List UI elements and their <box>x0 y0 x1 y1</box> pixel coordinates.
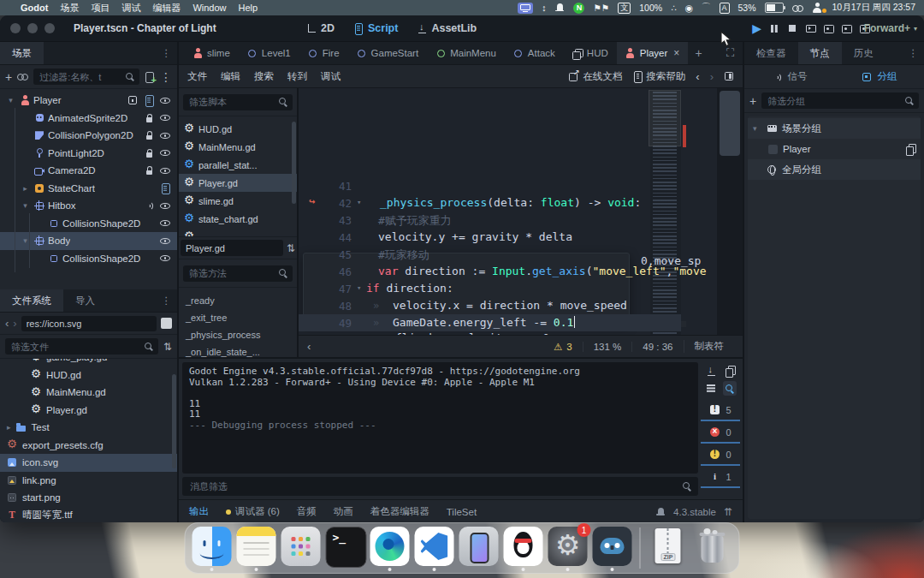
notes-dock-icon[interactable] <box>237 527 276 566</box>
script-parallel_stat-[interactable]: parallel_stat... <box>179 156 297 174</box>
scene-node-body[interactable]: ▾Body <box>0 232 177 250</box>
screen-mirroring-icon[interactable] <box>518 3 533 14</box>
dock-app-edge[interactable] <box>370 526 410 570</box>
scene-node-statechart[interactable]: ▸StateChart <box>0 180 177 198</box>
sort-methods-icon[interactable]: ⇅ <box>287 242 295 254</box>
notification-bell-icon[interactable] <box>554 3 565 13</box>
line-number[interactable]: 42 <box>299 197 352 210</box>
menu-editor[interactable]: 编辑器 <box>152 2 181 15</box>
input-method-indicator[interactable]: A <box>720 3 730 14</box>
dots-status-icon[interactable]: ∴ <box>671 3 677 13</box>
scene-node-animatedsprite2d[interactable]: AnimatedSprite2D <box>0 110 177 128</box>
file-filter[interactable] <box>5 338 158 355</box>
nav-forward-icon[interactable]: › <box>13 317 16 330</box>
nav-back-icon[interactable]: ‹ <box>5 317 9 330</box>
code-line-44[interactable]: 44velocity.y += gravity * delta <box>299 229 681 246</box>
scene-tab-hud[interactable]: HUD <box>564 42 617 64</box>
tab-filesystem[interactable]: 文件系统 <box>0 289 63 312</box>
bottom-tab-[interactable]: 着色器编辑器 <box>370 505 429 518</box>
collapse-icon[interactable]: ▸ <box>20 184 31 193</box>
menu-project[interactable]: 项目 <box>91 2 110 15</box>
file-test[interactable]: ▸Test <box>0 419 177 437</box>
warnc-badge[interactable]: 0 <box>701 445 740 466</box>
sort-files-icon[interactable]: ⇅ <box>163 341 172 353</box>
scene-filter-input[interactable] <box>38 71 121 83</box>
battery-icon[interactable] <box>765 3 784 13</box>
settings-dock-icon[interactable]: 1 <box>548 527 588 566</box>
file-hud.gd[interactable]: HUD.gd <box>0 366 177 384</box>
add-group-button[interactable]: + <box>749 95 756 107</box>
bottom-tab-[interactable]: 动画 <box>334 505 353 518</box>
menu-scene[interactable]: 场景 <box>60 2 79 15</box>
terminal-dock-icon[interactable] <box>326 527 367 568</box>
file-start.png[interactable]: start.png <box>0 489 177 507</box>
groups-filter[interactable] <box>761 92 919 109</box>
online-docs-button[interactable]: 在线文档 <box>569 70 622 83</box>
dock-app-terminal[interactable] <box>326 526 365 570</box>
history-back-button[interactable]: ‹ <box>696 70 699 83</box>
code-editor[interactable]: 0,move_sp 4142↪▾_physics_process(delta: … <box>299 88 743 335</box>
scene-node-pointlight2d[interactable]: PointLight2D <box>0 145 177 163</box>
script-HUD-gd[interactable]: HUD.gd <box>179 120 297 138</box>
line-number[interactable]: 46 <box>299 265 352 278</box>
line-number[interactable]: 55 <box>299 332 352 336</box>
zip-dock-icon[interactable] <box>649 527 688 566</box>
code-line-49[interactable]: 49»GameDate.energy_left -= 0.1 <box>299 314 681 331</box>
play-status-icon[interactable]: ◉ <box>685 3 693 13</box>
file-game_play.gd[interactable]: game_play.gd <box>0 359 177 366</box>
code-line-41[interactable]: 41 <box>299 177 681 194</box>
updown-arrow-icon[interactable]: ↕ <box>542 3 546 13</box>
switch-2d-button[interactable]: 2D <box>301 21 340 36</box>
trash-dock-icon[interactable] <box>693 527 732 566</box>
signals-tab[interactable]: 信号 <box>744 65 834 88</box>
methods-filter-input[interactable] <box>187 267 275 279</box>
tab-scene[interactable]: 场景 <box>0 42 44 64</box>
zoom-window-button[interactable] <box>44 23 55 33</box>
tab-inspector[interactable]: 检查器 <box>744 42 798 64</box>
file-highlight-toggle[interactable] <box>161 318 172 329</box>
current-script-name[interactable]: Player.gd <box>181 240 283 256</box>
filter-output-button[interactable] <box>706 383 716 393</box>
alertsq-badge[interactable]: 5 <box>701 401 740 421</box>
line-number[interactable]: 41 <box>299 180 352 193</box>
iphone-dock-icon[interactable] <box>459 527 499 566</box>
dock-app-qq[interactable] <box>504 526 543 570</box>
dock-app-zip[interactable] <box>649 526 688 570</box>
user-switch-icon[interactable] <box>812 3 824 13</box>
minimap-viewport[interactable] <box>649 90 681 146</box>
save-log-button[interactable] <box>706 366 716 376</box>
script-state_chart-gd[interactable]: state_chart.gd <box>179 210 297 228</box>
file-player.gd[interactable]: Player.gd <box>0 402 177 420</box>
nfc-status-icon[interactable]: N <box>573 3 584 14</box>
message-filter[interactable] <box>182 477 698 496</box>
file-icon.svg[interactable]: icon.svg <box>0 454 177 472</box>
scene-tab-attack[interactable]: Attack <box>505 42 564 64</box>
scene-node-collisionpolygon2d[interactable]: CollisionPolygon2D <box>0 127 177 145</box>
expand-bottom-panel-button[interactable]: ⇈ <box>724 506 732 518</box>
fold-icon[interactable]: ▾ <box>357 198 361 206</box>
scene-groups-row[interactable]: ▾ 场景分组 <box>748 118 921 139</box>
scene-node-collisionshape2d[interactable]: CollisionShape2D <box>0 250 177 268</box>
node-panel-menu-icon[interactable]: ⋮ <box>903 42 924 64</box>
engine-version[interactable]: 4.3.stable <box>673 507 716 517</box>
scene-node-hitbox[interactable]: ▾Hitbox <box>0 197 177 215</box>
fold-icon[interactable]: ▾ <box>357 283 361 292</box>
dock-app-vscode[interactable] <box>415 526 454 570</box>
attach-script-button[interactable] <box>145 72 155 82</box>
dock-app-notes[interactable] <box>237 526 276 570</box>
bottom-tab-[interactable]: 输出 <box>189 505 209 518</box>
script-slime-gd[interactable]: slime.gd <box>179 192 297 210</box>
play-button[interactable]: ▶ <box>752 23 761 33</box>
switch-assetlib-button[interactable]: AssetLib <box>412 21 482 36</box>
collapse-icon[interactable]: ▾ <box>20 201 31 210</box>
switch-script-button[interactable]: Script <box>348 21 403 36</box>
scene-node-camera2d[interactable]: Camera2D <box>0 162 177 180</box>
scene-tab-fire[interactable]: Fire <box>299 42 348 64</box>
script-menu-edit[interactable]: 编辑 <box>221 70 240 83</box>
collapse-icon[interactable]: ▾ <box>5 96 16 104</box>
code-line-42[interactable]: 42↪▾_physics_process(delta: float) -> vo… <box>299 194 681 212</box>
search-output-button[interactable] <box>725 384 735 394</box>
instance-scene-button[interactable] <box>17 72 28 82</box>
code-line-46[interactable]: 46var direction := Input.get_axis("move_… <box>299 263 681 280</box>
file-mainmenu.gd[interactable]: MainMenu.gd <box>0 384 177 402</box>
